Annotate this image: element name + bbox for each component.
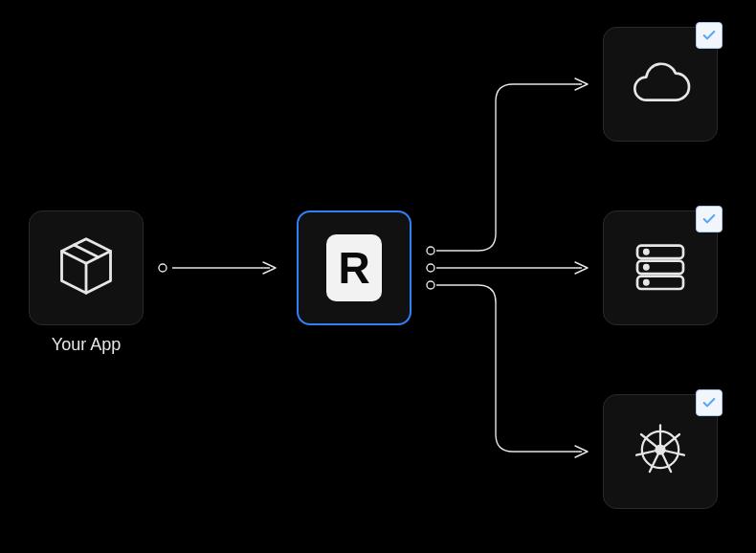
server-icon — [630, 235, 691, 300]
svg-point-3 — [427, 264, 434, 272]
target-node-kubernetes — [603, 394, 718, 509]
r-badge-icon: R — [326, 234, 382, 301]
svg-point-10 — [644, 265, 648, 269]
arrow-source-to-hub — [153, 258, 287, 277]
target-node-cloud — [603, 27, 718, 142]
check-badge — [696, 206, 723, 232]
hub-node: R — [297, 210, 411, 325]
box-icon — [54, 233, 119, 302]
check-badge — [696, 22, 723, 49]
svg-point-4 — [427, 281, 434, 289]
source-label: Your App — [29, 335, 144, 355]
hub-letter: R — [338, 242, 369, 294]
kubernetes-icon — [630, 419, 691, 484]
svg-point-2 — [427, 247, 434, 254]
source-node — [29, 210, 144, 325]
svg-point-11 — [644, 280, 648, 284]
target-node-server — [603, 210, 718, 325]
check-badge — [696, 389, 723, 416]
svg-point-0 — [159, 264, 167, 272]
svg-point-9 — [644, 250, 648, 254]
branch-connector — [421, 38, 603, 498]
cloud-icon — [630, 52, 691, 117]
